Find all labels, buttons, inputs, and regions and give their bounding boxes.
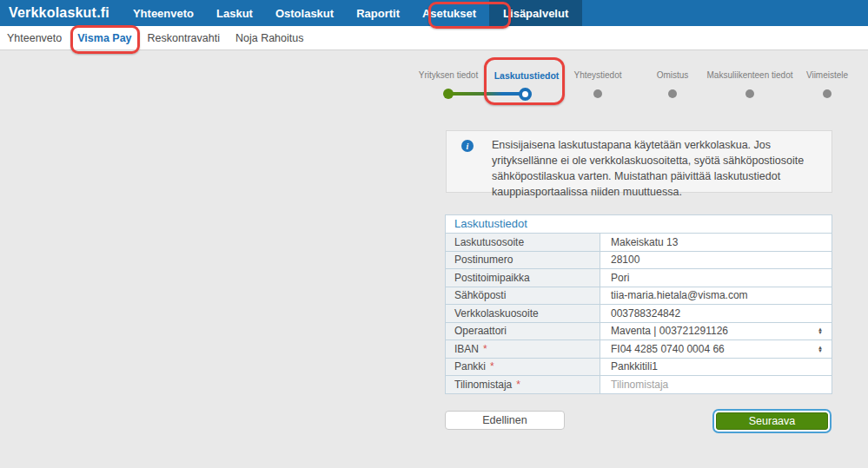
field-label: Tilinomistaja*	[446, 376, 600, 393]
step-label-laskutustiedot: Laskutustiedot	[494, 70, 560, 81]
form-row-postinumero: Postinumero 28100	[446, 251, 832, 269]
topnav-item-lisapalvelut[interactable]: Lisäpalvelut	[489, 0, 582, 26]
step-dot-todo-yhteystiedot[interactable]	[593, 89, 602, 98]
postitoimipaikka-input[interactable]: Pori	[600, 269, 832, 287]
selected-option: Maventa | 003721291126	[611, 325, 728, 337]
pankki-input[interactable]: Pankkitili1	[600, 359, 832, 376]
step-label-viimeistele: Viimeistele	[806, 70, 848, 80]
billing-details-form: Laskutustiedot Laskutusosoite Makeiskatu…	[445, 214, 832, 394]
topnav-item-yhteenveto[interactable]: Yhteenveto	[122, 0, 205, 26]
field-label: Sähköposti	[446, 287, 600, 305]
field-label: Postitoimipaikka	[446, 269, 600, 287]
step-label-maksuliikenteen-tiedot: Maksuliikenteen tiedot	[707, 70, 793, 80]
next-button[interactable]: Seuraava	[716, 412, 828, 430]
top-navbar: Verkkolaskut.fi Yhteenveto Laskut Ostola…	[0, 0, 868, 26]
info-icon: i	[461, 140, 474, 152]
form-row-sahkoposti: Sähköposti tiia-maria.hietala@visma.com	[446, 287, 832, 305]
visma-pay-wizard-page: Verkkolaskut.fi Yhteenveto Laskut Ostola…	[0, 0, 868, 468]
field-label: Verkkolaskuosoite	[446, 305, 600, 322]
info-box: i Ensisijaisena laskutustapana käytetään…	[446, 130, 832, 193]
step-dot-todo-viimeistele[interactable]	[823, 89, 832, 98]
brand-logo[interactable]: Verkkolaskut.fi	[0, 0, 122, 26]
step-dot-active-laskutustiedot[interactable]	[519, 88, 532, 101]
step-label-yhteystiedot: Yhteystiedot	[573, 70, 621, 80]
select-arrows-icon: ▲▼	[818, 346, 823, 353]
tilinomistaja-input[interactable]: Tilinomistaja	[600, 376, 832, 393]
form-row-tilinomistaja: Tilinomistaja* Tilinomistaja	[446, 375, 832, 393]
operaattori-select[interactable]: Maventa | 003721291126 ▲▼	[600, 323, 832, 340]
form-title: Laskutustiedot	[446, 215, 832, 233]
info-text: Ensisijaisena laskutustapana käytetään v…	[492, 137, 820, 200]
field-label: Laskutusosoite	[446, 234, 600, 251]
step-label-yrityksen-tiedot: Yrityksen tiedot	[419, 70, 478, 80]
step-dot-done-yrityksen-tiedot[interactable]	[443, 89, 454, 99]
sahkoposti-input[interactable]: tiia-maria.hietala@visma.com	[600, 287, 832, 305]
required-asterisk: *	[516, 379, 520, 391]
field-label: Operaattori	[446, 323, 600, 340]
topnav-item-ostolaskut[interactable]: Ostolaskut	[264, 0, 345, 26]
topnav-item-asetukset[interactable]: Asetukset	[411, 0, 487, 26]
required-asterisk: *	[483, 343, 487, 355]
form-row-laskutusosoite: Laskutusosoite Makeiskatu 13	[446, 233, 832, 251]
subnav-item-noja-rahoitus[interactable]: Noja Rahoitus	[228, 32, 312, 44]
topnav-item-raportit[interactable]: Raportit	[345, 0, 411, 26]
topnav-item-laskut[interactable]: Laskut	[205, 0, 264, 26]
form-row-pankki: Pankki* Pankkitili1	[446, 358, 832, 376]
selected-option: FI04 4285 0740 0004 66	[611, 343, 725, 355]
field-label: Pankki*	[446, 359, 600, 376]
postinumero-input[interactable]: 28100	[600, 252, 832, 269]
form-row-verkkolaskuosoite: Verkkolaskuosoite 003788324842	[446, 304, 832, 322]
step-dot-todo-omistus[interactable]	[668, 89, 677, 98]
iban-select[interactable]: FI04 4285 0740 0004 66 ▲▼	[600, 340, 832, 358]
form-row-iban: IBAN* FI04 4285 0740 0004 66 ▲▼	[446, 339, 832, 358]
step-label-omistus: Omistus	[657, 70, 689, 80]
select-arrows-icon: ▲▼	[818, 327, 823, 334]
subnav-item-reskontravahti[interactable]: Reskontravahti	[140, 32, 228, 44]
form-row-operaattori: Operaattori Maventa | 003721291126 ▲▼	[446, 322, 832, 340]
sub-navbar: Yhteenveto Visma Pay Reskontravahti Noja…	[0, 26, 868, 50]
subnav-item-yhteenveto[interactable]: Yhteenveto	[0, 32, 70, 44]
previous-button[interactable]: Edellinen	[445, 411, 565, 430]
laskutusosoite-input[interactable]: Makeiskatu 13	[600, 234, 832, 251]
required-asterisk: *	[490, 360, 494, 372]
form-row-postitoimipaikka: Postitoimipaikka Pori	[446, 268, 832, 287]
verkkolaskuosoite-input[interactable]: 003788324842	[600, 305, 832, 322]
field-label: Postinumero	[446, 252, 600, 269]
step-dot-todo-maksuliikenteen-tiedot[interactable]	[745, 89, 754, 98]
field-label: IBAN*	[446, 340, 600, 358]
stepper-progress-line	[448, 92, 526, 96]
subnav-item-visma-pay[interactable]: Visma Pay	[70, 32, 139, 44]
